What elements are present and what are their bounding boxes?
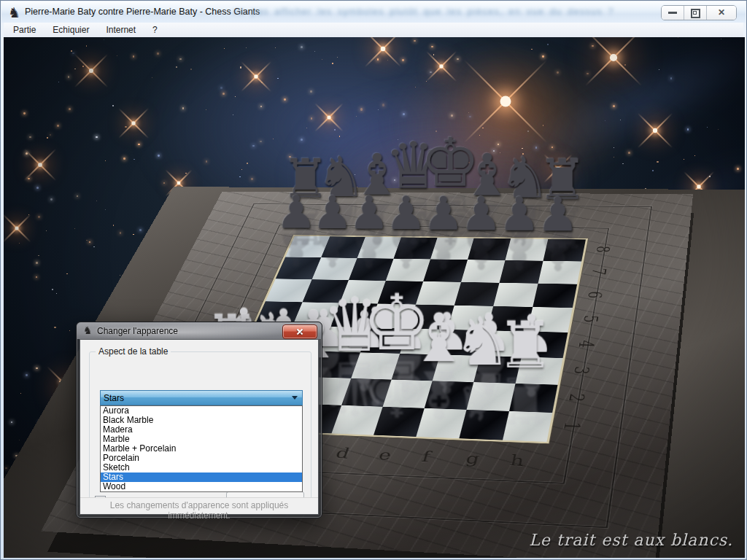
close-icon: ✕ bbox=[707, 7, 736, 18]
dialog-footer: Les changements d'apparence sont appliqu… bbox=[80, 497, 318, 514]
maximize-button[interactable] bbox=[684, 6, 707, 20]
menu-item-[interactable]: ? bbox=[145, 23, 165, 36]
dialog-title: Changer l'apparence bbox=[97, 326, 178, 336]
table-aspect-dropdown-list: AuroraBlack MarbleMaderaMarbleMarble + P… bbox=[100, 405, 303, 492]
list-item-sketch[interactable]: Sketch bbox=[101, 463, 302, 472]
footer-status-text: Les changements d'apparence sont appliqu… bbox=[80, 500, 318, 521]
combobox-dropdown-button[interactable] bbox=[289, 392, 301, 404]
board-number-6: 6 bbox=[584, 291, 606, 298]
chess-piece-black-p[interactable]: ♟♟ bbox=[508, 193, 607, 274]
app-window: ♞ Pierre-Marie Baty contre Pierre-Marie … bbox=[0, 0, 747, 560]
close-button[interactable]: ✕ bbox=[707, 6, 736, 20]
menu-bar: PartieEchiquierInternet? bbox=[4, 23, 743, 38]
dialog-knight-icon: ♞ bbox=[83, 324, 93, 336]
menu-item-partie[interactable]: Partie bbox=[6, 23, 43, 36]
ghost-dialog-text: ne pas afficher les symboles plutôt que … bbox=[233, 6, 706, 17]
title-bar[interactable]: ♞ Pierre-Marie Baty contre Pierre-Marie … bbox=[1, 1, 746, 23]
chess-piece-white-r[interactable]: ♜♜ bbox=[469, 316, 581, 428]
window-controls: ✕ bbox=[661, 5, 737, 20]
minimize-icon bbox=[668, 12, 677, 14]
appearance-dialog[interactable]: ♞ Changer l'apparence Aspect de la table… bbox=[76, 322, 322, 518]
list-item-porcelain[interactable]: Porcelain bbox=[101, 454, 302, 463]
piece-reflection: ♟ bbox=[508, 231, 607, 274]
maximize-icon bbox=[691, 9, 700, 18]
dialog-close-button[interactable] bbox=[282, 324, 317, 339]
menu-item-internet[interactable]: Internet bbox=[98, 23, 143, 36]
piece-reflection: ♜ bbox=[469, 370, 581, 429]
table-aspect-combobox[interactable]: Stars bbox=[100, 390, 303, 405]
dialog-body: Aspect de la table Stars AuroraBlack Mar… bbox=[80, 339, 319, 515]
minimize-button[interactable] bbox=[662, 6, 684, 20]
menu-item-echiquier[interactable]: Echiquier bbox=[45, 23, 96, 36]
list-item-wood[interactable]: Wood bbox=[101, 482, 302, 491]
group-label: Aspect de la table bbox=[96, 346, 171, 357]
combobox-value: Stars bbox=[104, 393, 124, 403]
list-item-madera[interactable]: Madera bbox=[101, 425, 302, 435]
app-knight-icon: ♞ bbox=[8, 4, 20, 21]
window-title: Pierre-Marie Baty contre Pierre-Marie Ba… bbox=[25, 7, 260, 17]
turn-status-message: Le trait est aux blancs. bbox=[529, 531, 733, 549]
chevron-down-icon bbox=[292, 396, 298, 400]
list-item-stars[interactable]: Stars bbox=[101, 472, 302, 482]
